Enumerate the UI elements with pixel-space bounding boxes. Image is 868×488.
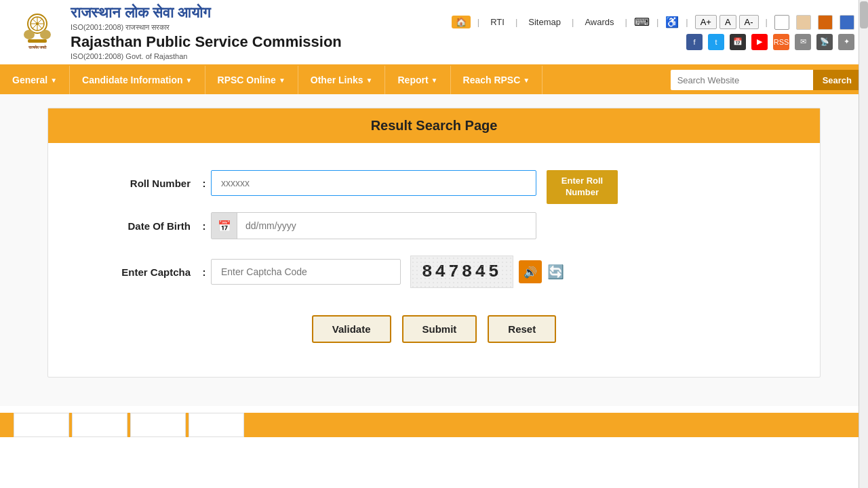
nav-rpsc-online[interactable]: RPSC Online ▼: [205, 66, 298, 94]
top-right-controls: 🏠 | RTI | Sitemap | Awards | ⌨ | ♿ | A+ …: [452, 15, 854, 50]
svg-text:सत्यमेव जयते: सत्यमेव जयते: [27, 45, 47, 49]
svg-point-7: [24, 30, 35, 39]
english-title: Rajasthan Public Service Commission: [71, 33, 342, 51]
main-content: Result Search Page Roll Number : Enter R…: [0, 94, 868, 406]
font-large-button[interactable]: A+: [695, 15, 717, 29]
logo-area: सत्यमेव जयते राजस्थान लोक सेवा आयोग ISO(…: [14, 4, 342, 60]
roll-number-row: Roll Number : Enter Roll Number: [89, 170, 779, 196]
logo-text: राजस्थान लोक सेवा आयोग ISO(2001:2008) रा…: [71, 4, 342, 60]
reach-arrow: ▼: [523, 77, 530, 84]
emblem-logo: सत्यमेव जयते: [14, 9, 61, 56]
dob-input-wrap: 📅: [211, 212, 536, 239]
captcha-label: Enter Captcha: [89, 266, 197, 278]
enter-roll-number-button[interactable]: Enter Roll Number: [547, 170, 618, 204]
report-arrow: ▼: [431, 77, 438, 84]
svg-rect-9: [28, 39, 47, 43]
nav-bar: General ▼ Candidate Information ▼ RPSC O…: [0, 66, 868, 94]
page-title: Result Search Page: [48, 108, 820, 143]
accessibility-icon[interactable]: ♿: [665, 16, 679, 28]
footer-tab-4[interactable]: [189, 413, 244, 437]
submit-button[interactable]: Submit: [402, 315, 477, 343]
top-nav-links: 🏠 | RTI | Sitemap | Awards | ⌨ | ♿ | A+ …: [452, 15, 854, 30]
email-icon[interactable]: ✉: [795, 34, 811, 50]
roll-number-input[interactable]: [211, 170, 536, 196]
font-controls: A+ A A-: [695, 15, 759, 29]
other-arrow: ▼: [366, 77, 373, 84]
reset-button[interactable]: Reset: [488, 315, 556, 343]
captcha-colon: :: [197, 266, 211, 278]
keyboard-icon[interactable]: ⌨: [634, 16, 650, 28]
footer-tab-1[interactable]: [14, 413, 69, 437]
color-swatch-orange[interactable]: [818, 15, 833, 30]
top-bar: सत्यमेव जयते राजस्थान लोक सेवा आयोग ISO(…: [0, 0, 868, 66]
captcha-controls: 847845 🔊 🔄: [211, 256, 564, 288]
roll-colon: :: [197, 178, 211, 189]
form-buttons: Validate Submit Reset: [89, 315, 779, 343]
general-arrow: ▼: [50, 77, 57, 84]
validate-button[interactable]: Validate: [312, 315, 391, 343]
nav-candidate-information[interactable]: Candidate Information ▼: [70, 66, 205, 94]
font-small-button[interactable]: A-: [739, 15, 759, 29]
youtube-icon[interactable]: ▶: [751, 34, 768, 50]
rti-link[interactable]: RTI: [486, 16, 509, 28]
twitter-icon[interactable]: t: [708, 34, 724, 50]
awards-link[interactable]: Awards: [580, 16, 618, 28]
scrollbar[interactable]: [859, 0, 868, 488]
search-input[interactable]: [671, 70, 813, 90]
roll-number-input-wrap: Enter Roll Number: [211, 170, 536, 196]
home-link[interactable]: 🏠: [452, 16, 471, 28]
footer-bar: [0, 413, 868, 437]
hindi-subtitle: ISO(2001:2008) राजस्थान सरकार: [71, 23, 342, 32]
roll-number-label: Roll Number: [89, 178, 197, 189]
star-icon[interactable]: ✦: [838, 34, 854, 50]
svg-point-8: [40, 30, 51, 39]
captcha-image: 847845: [410, 256, 513, 288]
wifi-icon[interactable]: 📡: [816, 34, 833, 50]
candidate-arrow: ▼: [186, 77, 193, 84]
color-swatch-blue[interactable]: [840, 15, 854, 30]
captcha-row: Enter Captcha : 847845 🔊 🔄: [89, 256, 779, 288]
rpsc-arrow: ▼: [279, 77, 285, 84]
captcha-audio-button[interactable]: 🔊: [519, 260, 542, 283]
dob-colon: :: [197, 220, 211, 232]
scrollbar-thumb[interactable]: [860, 1, 868, 28]
rss-icon[interactable]: RSS: [773, 34, 789, 50]
sitemap-link[interactable]: Sitemap: [524, 16, 565, 28]
color-swatch-skin[interactable]: [796, 15, 811, 30]
calendar-icon[interactable]: 📅: [730, 34, 746, 50]
font-medium-button[interactable]: A: [719, 15, 736, 29]
captcha-image-wrap: 847845 🔊 🔄: [410, 256, 564, 288]
hindi-title: राजस्थान लोक सेवा आयोग: [71, 4, 342, 22]
captcha-refresh-button[interactable]: 🔄: [547, 264, 564, 280]
dob-row: Date Of Birth : 📅: [89, 212, 779, 239]
nav-other-links[interactable]: Other Links ▼: [298, 66, 386, 94]
calendar-picker-icon[interactable]: 📅: [212, 213, 237, 239]
nav-general[interactable]: General ▼: [0, 66, 70, 94]
result-form: Roll Number : Enter Roll Number Date Of …: [48, 143, 820, 377]
facebook-icon[interactable]: f: [686, 34, 703, 50]
captcha-input[interactable]: [211, 259, 401, 285]
nav-report[interactable]: Report ▼: [385, 66, 450, 94]
search-button[interactable]: Search: [813, 70, 861, 90]
social-bar: f t 📅 ▶ RSS ✉ 📡 ✦: [686, 34, 854, 50]
dob-input[interactable]: [237, 215, 536, 237]
nav-search-area: Search: [664, 67, 868, 93]
result-search-box: Result Search Page Roll Number : Enter R…: [47, 108, 821, 378]
english-subtitle: ISO(2001:2008) Govt. of Rajasthan: [71, 52, 342, 60]
footer-tab-3[interactable]: [130, 413, 186, 437]
nav-reach-rpsc[interactable]: Reach RPSC ▼: [451, 66, 543, 94]
color-swatch-white[interactable]: [774, 15, 789, 30]
footer-tab-2[interactable]: [72, 413, 127, 437]
dob-label: Date Of Birth: [89, 220, 197, 232]
